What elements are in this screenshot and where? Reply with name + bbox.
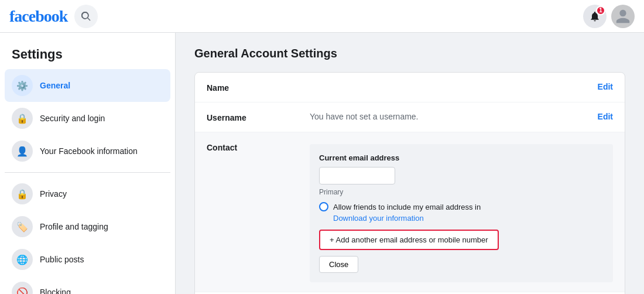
username-label: Username <box>207 112 300 122</box>
sidebar-label-profile-tagging: Profile and tagging <box>40 222 108 231</box>
profile-tagging-icon: 🏷️ <box>12 216 33 237</box>
sidebar-item-blocking[interactable]: 🚫 Blocking <box>5 276 170 294</box>
topbar: facebook 1 <box>0 0 644 33</box>
user-avatar[interactable] <box>611 5 635 28</box>
username-edit-link[interactable]: Edit <box>598 112 613 121</box>
name-edit-link[interactable]: Edit <box>598 82 613 91</box>
general-icon: ⚙️ <box>12 75 33 96</box>
add-email-wrapper: + Add another email address or mobile nu… <box>319 230 604 250</box>
layout: Settings ⚙️ General 🔒 Security and login… <box>0 33 644 294</box>
sidebar-label-privacy: Privacy <box>40 189 67 199</box>
facebook-logo: facebook <box>9 8 67 25</box>
name-label: Name <box>207 82 300 93</box>
username-content: You have not set a username. <box>310 112 588 121</box>
contact-row: Contact Current email address Primary Al… <box>195 132 625 292</box>
download-link[interactable]: Download your information <box>333 214 604 223</box>
sidebar: Settings ⚙️ General 🔒 Security and login… <box>0 33 176 294</box>
allow-friends-row: Allow friends to include my email addres… <box>319 202 604 211</box>
settings-page: General Account Settings Name Edit Usern… <box>194 47 625 294</box>
sidebar-item-public-posts[interactable]: 🌐 Public posts <box>5 243 170 276</box>
contact-content: Current email address Primary Allow frie… <box>310 142 613 282</box>
sidebar-item-security[interactable]: 🔒 Security and login <box>5 102 170 135</box>
email-label: Current email address <box>319 153 604 162</box>
close-button[interactable]: Close <box>319 256 358 273</box>
close-wrapper: Close <box>319 250 604 273</box>
contact-label: Contact <box>207 142 300 152</box>
privacy-icon: 🔒 <box>12 183 33 204</box>
username-row: Username You have not set a username. Ed… <box>195 102 625 132</box>
main-content: General Account Settings Name Edit Usern… <box>176 33 644 294</box>
sidebar-label-general: General <box>40 81 70 90</box>
notifications-button[interactable]: 1 <box>583 5 607 28</box>
blocking-icon: 🚫 <box>12 282 33 294</box>
allow-friends-text: Allow friends to include my email addres… <box>333 203 481 211</box>
topbar-right: 1 <box>583 5 635 28</box>
sidebar-item-facebook-info[interactable]: 👤 Your Facebook information <box>5 135 170 167</box>
security-icon: 🔒 <box>12 108 33 129</box>
email-input[interactable] <box>319 167 395 184</box>
allow-friends-radio[interactable] <box>319 202 328 211</box>
sidebar-label-blocking: Blocking <box>40 288 71 294</box>
avatar-icon <box>615 8 631 25</box>
sidebar-divider-1 <box>5 172 170 173</box>
name-action: Edit <box>598 82 613 91</box>
sidebar-label-facebook-info: Your Facebook information <box>40 146 138 156</box>
search-icon <box>81 12 91 21</box>
username-action: Edit <box>598 112 613 121</box>
sidebar-item-privacy[interactable]: 🔒 Privacy <box>5 177 170 210</box>
sidebar-label-security: Security and login <box>40 114 105 123</box>
sidebar-title: Settings <box>5 42 170 69</box>
name-row: Name Edit <box>195 73 625 102</box>
sidebar-item-profile-tagging[interactable]: 🏷️ Profile and tagging <box>5 210 170 243</box>
sidebar-item-general[interactable]: ⚙️ General <box>5 69 170 102</box>
contact-section: Current email address Primary Allow frie… <box>310 144 613 282</box>
notification-badge: 1 <box>596 6 605 15</box>
public-posts-icon: 🌐 <box>12 249 33 270</box>
add-email-button[interactable]: + Add another email address or mobile nu… <box>319 230 499 250</box>
topbar-left: facebook <box>9 5 98 28</box>
primary-label: Primary <box>319 188 604 196</box>
search-button[interactable] <box>74 5 98 28</box>
settings-card: Name Edit Username You have not set a us… <box>194 72 625 294</box>
sidebar-label-public-posts: Public posts <box>40 255 84 264</box>
page-title: General Account Settings <box>194 47 625 60</box>
facebook-info-icon: 👤 <box>12 141 33 162</box>
